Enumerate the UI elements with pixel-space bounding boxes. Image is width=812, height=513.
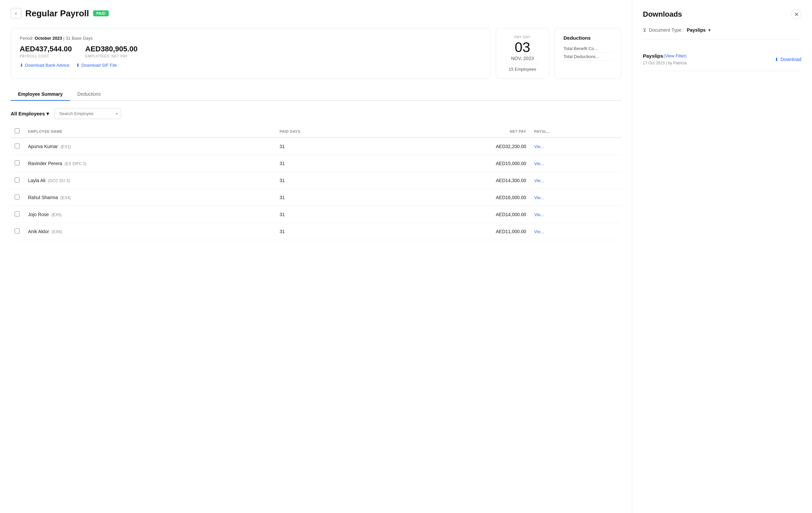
base-days: 31 Base Days — [66, 36, 93, 41]
row-checkbox-cell — [11, 223, 24, 240]
row-checkbox-1[interactable] — [15, 160, 20, 165]
row-net-pay: AED14,300.00 — [385, 172, 530, 189]
search-wrapper: ▾ — [54, 108, 121, 119]
view-payslip-link[interactable]: Vie... — [534, 229, 544, 234]
row-paid-days: 31 — [276, 138, 385, 155]
row-checkbox-2[interactable] — [15, 177, 20, 182]
row-employee-name: Anik Aktor (EX6) — [24, 223, 276, 240]
period-line: Period: October 2023 | 31 Base Days — [20, 36, 482, 41]
row-checkbox-3[interactable] — [15, 194, 20, 200]
select-all-checkbox[interactable] — [15, 128, 20, 133]
row-checkbox-cell — [11, 172, 24, 189]
view-payslip-link[interactable]: Vie... — [534, 195, 544, 200]
download-sif-link[interactable]: ⬇ Download SIF File — [76, 63, 117, 68]
col-employee-name: EMPLOYEE NAME — [24, 125, 276, 138]
row-payslip: Vie... — [530, 172, 621, 189]
row-paid-days: 31 — [276, 223, 385, 240]
deductions-card: Deductions Total Benefit Co... Total Ded… — [554, 28, 621, 79]
payroll-cost-block: AED437,544.00 PAYROLL COST — [20, 45, 72, 58]
pay-day-number: 03 — [505, 40, 540, 54]
row-employee-name: Rahul Sharma (EX4) — [24, 189, 276, 206]
back-button[interactable]: ‹ — [11, 8, 21, 19]
table-row: Layla Ali (GCC DU 3) 31 AED14,300.00 Vie… — [11, 172, 621, 189]
payslips-title: Payslips — [643, 53, 663, 59]
panel-header: Downloads ✕ — [643, 9, 801, 19]
pay-day-label: PAY DAY — [505, 35, 540, 39]
pay-day-month: NOV, 2023 — [505, 56, 540, 61]
row-checkbox-cell — [11, 206, 24, 223]
col-paid-days: PAID DAYS — [276, 125, 385, 138]
row-checkbox-0[interactable] — [15, 144, 20, 148]
row-paid-days: 31 — [276, 206, 385, 223]
row-checkbox-cell — [11, 155, 24, 172]
row-employee-name: Apurva Kumar (EX1) — [24, 138, 276, 155]
downloads-panel: Downloads ✕ ⊻ Document Type : Payslips ▾… — [632, 0, 812, 513]
table-row: Apurva Kumar (EX1) 31 AED32,200.00 Vie..… — [11, 138, 621, 155]
row-payslip: Vie... — [530, 206, 621, 223]
amounts-row: AED437,544.00 PAYROLL COST AED380,905.00… — [20, 45, 482, 58]
panel-title: Downloads — [643, 10, 682, 19]
doc-type-chevron-icon: ▾ — [708, 27, 710, 33]
pay-day-card: PAY DAY 03 NOV, 2023 15 Employees — [496, 28, 549, 79]
row-payslip: Vie... — [530, 223, 621, 240]
row-paid-days: 31 — [276, 172, 385, 189]
row-paid-days: 31 — [276, 155, 385, 172]
net-pay-amount: AED380,905.00 — [85, 45, 138, 53]
tab-employee-summary[interactable]: Employee Summary — [11, 88, 70, 101]
search-employee-input[interactable] — [54, 108, 121, 119]
filter-icon: ⊻ — [643, 27, 646, 33]
tabs-row: Employee Summary Deductions — [11, 88, 621, 101]
table-row: Anik Aktor (EX6) 31 AED11,000.00 Vie... — [11, 223, 621, 240]
tab-deductions[interactable]: Deductions — [70, 88, 108, 101]
row-payslip: Vie... — [530, 138, 621, 155]
period-value: October 2023 — [35, 36, 62, 41]
summary-row: Period: October 2023 | 31 Base Days AED4… — [11, 28, 621, 79]
row-employee-name: Layla Ali (GCC DU 3) — [24, 172, 276, 189]
col-net-pay: NET PAY — [385, 125, 530, 138]
download-sif-icon: ⬇ — [76, 63, 80, 68]
doc-type-prefix: Document Type : — [649, 27, 684, 33]
row-net-pay: AED15,000.00 — [385, 155, 530, 172]
row-checkbox-4[interactable] — [15, 211, 20, 216]
page-title: Regular Payroll — [25, 8, 89, 19]
view-filter-link[interactable]: (View Filter) — [664, 53, 687, 58]
all-employees-button[interactable]: All Employees ▾ — [11, 111, 49, 117]
row-payslip: Vie... — [530, 189, 621, 206]
doc-type-value[interactable]: Payslips — [687, 27, 706, 33]
row-net-pay: AED32,200.00 — [385, 138, 530, 155]
chevron-down-icon: ▾ — [47, 111, 49, 117]
view-payslip-link[interactable]: Vie... — [534, 212, 544, 217]
row-checkbox-cell — [11, 189, 24, 206]
download-links: ⬇ Download Bank Advice ⬇ Download SIF Fi… — [20, 63, 482, 68]
payslips-item: Payslips (View Filter) 17 Oct 2023 | by … — [643, 48, 801, 71]
employee-code: (EX DIFC 2) — [65, 161, 86, 166]
table-header-row: EMPLOYEE NAME PAID DAYS NET PAY PAYSL... — [11, 125, 621, 138]
paid-badge: PAID — [93, 10, 109, 16]
table-row: Rahul Sharma (EX4) 31 AED16,000.00 Vie..… — [11, 189, 621, 206]
payslips-meta: 17 Oct 2023 | by Patricia — [643, 61, 687, 65]
payroll-cost-amount: AED437,544.00 — [20, 45, 72, 53]
employee-code: (EX4) — [60, 195, 71, 200]
payslips-header: Payslips (View Filter) — [643, 53, 687, 59]
select-all-header — [11, 125, 24, 138]
payroll-summary-card: Period: October 2023 | 31 Base Days AED4… — [11, 28, 490, 79]
view-payslip-link[interactable]: Vie... — [534, 178, 544, 183]
payslips-info: Payslips (View Filter) 17 Oct 2023 | by … — [643, 53, 687, 65]
net-pay-block: AED380,905.00 EMPLOYEES' NET PAY — [85, 45, 138, 58]
row-paid-days: 31 — [276, 189, 385, 206]
row-net-pay: AED16,000.00 — [385, 189, 530, 206]
row-checkbox-5[interactable] — [15, 229, 20, 234]
employee-code: (EX5) — [51, 212, 62, 217]
download-bank-advice-link[interactable]: ⬇ Download Bank Advice — [20, 63, 69, 68]
download-payslips-button[interactable]: ⬇ Download — [775, 57, 801, 62]
download-arrow-icon: ⬇ — [775, 57, 779, 62]
row-employee-name: Jojo Rose (EX5) — [24, 206, 276, 223]
row-checkbox-cell — [11, 138, 24, 155]
close-panel-button[interactable]: ✕ — [791, 9, 801, 19]
payslips-section: Payslips (View Filter) 17 Oct 2023 | by … — [643, 48, 801, 71]
view-payslip-link[interactable]: Vie... — [534, 144, 544, 149]
row-payslip: Vie... — [530, 155, 621, 172]
view-payslip-link[interactable]: Vie... — [534, 161, 544, 166]
row-employee-name: Ravinder Perera (EX DIFC 2) — [24, 155, 276, 172]
filters-row: All Employees ▾ ▾ — [11, 108, 621, 119]
